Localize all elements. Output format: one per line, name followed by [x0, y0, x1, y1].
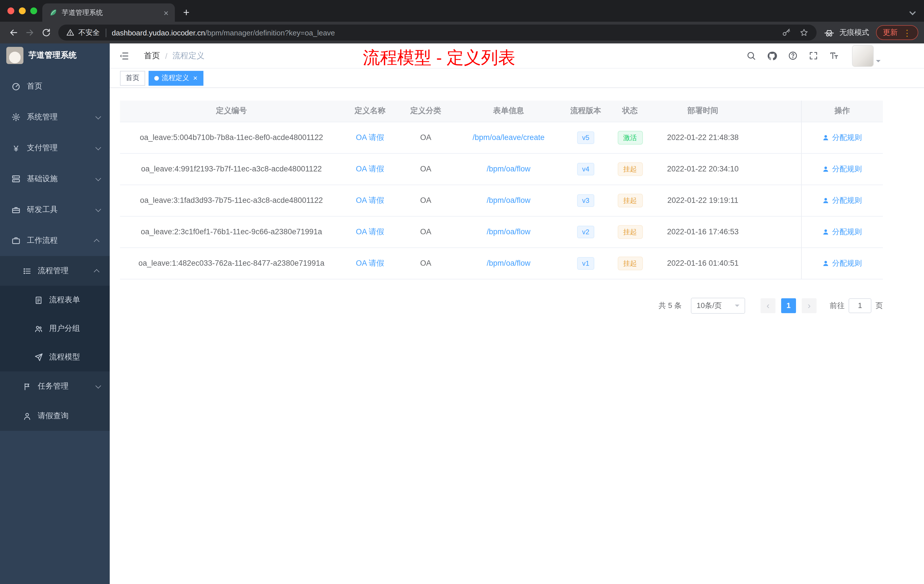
sidebar-item-label: 任务管理 — [38, 381, 69, 391]
assign-rule-link[interactable]: 分配规则 — [823, 195, 862, 205]
github-icon[interactable] — [767, 51, 777, 61]
browser-window: 芋道管理系统 × + 不安全 dashboar — [0, 0, 924, 584]
chevron-down-icon — [96, 144, 101, 150]
status-badge: 激活 — [617, 130, 643, 144]
sidebar-item-system[interactable]: 系统管理 — [0, 102, 110, 133]
app-navbar: 首页 / 流程定义 流程模型 - 定义列表 — [110, 43, 924, 69]
form-link[interactable]: /bpm/oa/flow — [487, 165, 530, 173]
assign-rule-link[interactable]: 分配规则 — [823, 164, 862, 174]
definition-name-link[interactable]: OA 请假 — [356, 227, 384, 236]
col-process-version: 流程版本 — [563, 101, 609, 122]
status-badge: 挂起 — [617, 193, 643, 207]
close-window-button[interactable] — [7, 7, 14, 14]
definition-id: oa_leave:2:3c1f0ef1-76b1-11ec-9c66-a2380… — [120, 216, 343, 247]
version-badge: v5 — [577, 131, 594, 144]
sidebar-item-user-group[interactable]: 用户分组 — [0, 314, 110, 343]
breadcrumb-home[interactable]: 首页 — [144, 51, 160, 61]
goto-page-input[interactable] — [848, 298, 871, 313]
caret-down-icon — [735, 304, 739, 309]
definition-name-link[interactable]: OA 请假 — [356, 196, 384, 204]
sidebar-item-label: 流程管理 — [38, 266, 69, 276]
security-label[interactable]: 不安全 — [78, 28, 100, 38]
form-link[interactable]: /bpm/oa/flow — [487, 259, 530, 267]
hamburger-icon — [119, 51, 129, 61]
new-tab-button[interactable]: + — [178, 5, 194, 21]
sidebar-item-infrastructure[interactable]: 基础设施 — [0, 163, 110, 194]
user-menu[interactable] — [852, 45, 881, 66]
password-key-icon[interactable] — [782, 28, 791, 37]
form-link[interactable]: /bpm/oa/flow — [487, 228, 530, 236]
assign-rule-label: 分配规则 — [832, 132, 862, 143]
search-icon[interactable] — [746, 51, 756, 61]
sidebar-item-home[interactable]: 首页 — [0, 71, 110, 102]
assign-rule-link[interactable]: 分配规则 — [823, 258, 862, 268]
help-icon[interactable] — [788, 51, 798, 61]
favicon-leaf-icon — [49, 8, 57, 16]
definition-id: oa_leave:1:482ec033-762a-11ec-8477-a2380… — [120, 247, 343, 279]
fullscreen-icon[interactable] — [808, 51, 818, 61]
sidebar-item-process-model[interactable]: 流程模型 — [0, 343, 110, 371]
col-actions: 操作 — [801, 101, 883, 122]
breadcrumb: 首页 / 流程定义 — [144, 51, 205, 61]
form-link[interactable]: /bpm/oa/flow — [487, 196, 530, 205]
total-count: 共 5 条 — [658, 300, 682, 310]
incognito-indicator: 无痕模式 — [823, 27, 869, 38]
tag-close-icon[interactable]: × — [193, 74, 198, 82]
url-domain: dashboard.yudao.iocoder.cn — [112, 28, 205, 37]
forward-button[interactable] — [22, 25, 38, 41]
not-secure-warning-icon — [66, 28, 74, 36]
tag-home[interactable]: 首页 — [120, 71, 145, 86]
definition-id: oa_leave:3:1fad3d93-7b75-11ec-a3c8-acde4… — [120, 185, 343, 216]
tab-search-icon[interactable] — [909, 9, 916, 15]
definition-name-link[interactable]: OA 请假 — [356, 133, 384, 142]
assign-rule-link[interactable]: 分配规则 — [823, 132, 862, 143]
zoom-window-button[interactable] — [30, 7, 37, 14]
breadcrumb-separator: / — [165, 51, 167, 60]
sidebar-item-label: 基础设施 — [27, 174, 58, 184]
browser-update-button[interactable]: 更新 ⋮ — [876, 25, 918, 40]
bookmark-star-icon[interactable] — [799, 28, 808, 37]
version-badge: v3 — [577, 194, 594, 206]
browser-menu-dots-icon[interactable]: ⋮ — [903, 28, 911, 37]
tab-close-icon[interactable]: × — [162, 8, 170, 17]
page-size-select[interactable]: 10条/页 — [691, 297, 745, 313]
avatar[interactable] — [852, 45, 874, 66]
tag-process-definition[interactable]: 流程定义 × — [148, 71, 203, 86]
version-badge: v4 — [577, 163, 594, 175]
dashboard-icon — [12, 82, 21, 91]
definition-name-link[interactable]: OA 请假 — [356, 164, 384, 173]
next-page-button[interactable]: › — [802, 298, 817, 313]
chevron-up-icon — [94, 239, 99, 244]
sidebar-toggle-button[interactable] — [119, 51, 129, 61]
browser-tab[interactable]: 芋道管理系统 × — [42, 3, 175, 22]
table-header-row: 定义编号 定义名称 定义分类 表单信息 流程版本 状态 部署时间 操作 — [120, 101, 883, 122]
reload-button[interactable] — [38, 25, 54, 41]
back-button[interactable] — [6, 25, 22, 41]
url-path: /bpm/manager/definition?key=oa_leave — [205, 28, 335, 37]
person-icon — [823, 197, 830, 204]
font-size-icon[interactable] — [829, 51, 839, 61]
prev-page-button[interactable]: ‹ — [761, 298, 776, 313]
sidebar-item-label: 用户分组 — [49, 323, 80, 334]
address-bar[interactable]: 不安全 dashboard.yudao.iocoder.cn/bpm/manag… — [58, 25, 817, 41]
url-text[interactable]: dashboard.yudao.iocoder.cn/bpm/manager/d… — [112, 28, 335, 37]
definition-name-link[interactable]: OA 请假 — [356, 259, 384, 267]
deploy-time: 2022-01-16 17:46:53 — [652, 216, 754, 247]
minimize-window-button[interactable] — [19, 7, 26, 14]
status-badge: 挂起 — [617, 256, 643, 270]
form-link[interactable]: /bpm/oa/leave/create — [473, 133, 544, 142]
sidebar-item-leave-query[interactable]: 请假查询 — [0, 401, 110, 431]
sidebar-item-process-management[interactable]: 流程管理 — [0, 256, 110, 286]
sidebar-item-label: 工作流程 — [27, 236, 58, 246]
yen-icon: ¥ — [12, 143, 21, 153]
assign-rule-link[interactable]: 分配规则 — [823, 226, 862, 237]
sidebar-logo: 芋道管理系统 — [0, 43, 110, 68]
sidebar-item-process-form[interactable]: 流程表单 — [0, 286, 110, 314]
sidebar-item-task-management[interactable]: 任务管理 — [0, 371, 110, 401]
sidebar-item-devtools[interactable]: 研发工具 — [0, 194, 110, 225]
current-page-button[interactable]: 1 — [781, 298, 796, 313]
sidebar-item-workflow[interactable]: 工作流程 — [0, 225, 110, 256]
sidebar-item-payment[interactable]: ¥ 支付管理 — [0, 133, 110, 163]
tag-label: 首页 — [126, 73, 139, 83]
pagination: 共 5 条 10条/页 ‹ 1 › 前往 页 — [120, 297, 883, 313]
